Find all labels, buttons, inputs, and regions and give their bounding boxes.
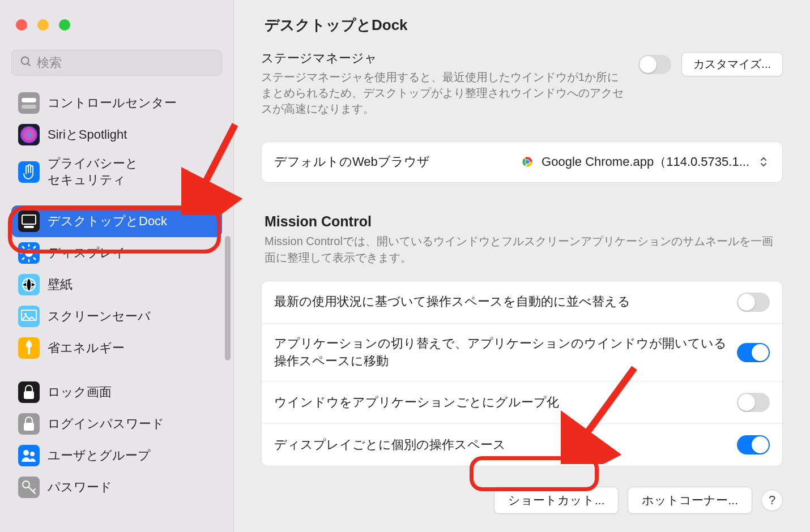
svg-rect-3: [22, 98, 36, 102]
sidebar-item-login-password[interactable]: ログインパスワード: [11, 408, 222, 440]
fullscreen-window-button[interactable]: [59, 19, 70, 31]
mission-control-title: Mission Control: [265, 213, 783, 230]
help-button[interactable]: ?: [761, 490, 783, 511]
svg-point-6: [20, 126, 37, 143]
chrome-icon: [520, 155, 535, 169]
shortcuts-button[interactable]: ショートカット...: [494, 487, 619, 514]
main-content[interactable]: ステージマネージャ ステージマネージャを使用すると、最近使用したウインドウが1か…: [234, 50, 810, 532]
sidebar-item-label: ユーザとグループ: [48, 448, 151, 464]
login-password-icon: [18, 413, 40, 435]
sidebar-list: コントロールセンターSiriとSpotlightプライバシーと セキュリティデス…: [0, 84, 233, 503]
mc-toggle-1[interactable]: [737, 343, 770, 362]
close-window-button[interactable]: [16, 19, 27, 31]
sidebar-item-lock[interactable]: ロック画面: [11, 376, 222, 408]
bottom-button-row: ショートカット... ホットコーナー... ?: [261, 487, 783, 514]
wallpaper-icon: [18, 274, 40, 295]
updown-icon[interactable]: [757, 154, 770, 170]
mc-toggle-2[interactable]: [737, 393, 770, 412]
mc-row-0: 最新の使用状況に基づいて操作スペースを自動的に並べ替える: [262, 281, 782, 324]
screensaver-icon: [18, 306, 40, 327]
siri-icon: [18, 124, 40, 145]
svg-rect-32: [24, 391, 34, 399]
sidebar-item-energy[interactable]: 省エネルギー: [11, 332, 222, 364]
energy-icon: [18, 337, 40, 359]
hot-corners-button[interactable]: ホットコーナー...: [628, 487, 752, 514]
stage-manager-desc: ステージマネージャを使用すると、最近使用したウインドウが1か所にまとめられるため…: [261, 69, 627, 117]
svg-line-1: [28, 63, 31, 66]
sidebar-item-desktop-dock[interactable]: デスクトップとDock: [11, 205, 222, 237]
desktop-dock-icon: [18, 211, 40, 232]
svg-rect-4: [22, 105, 36, 109]
search-input[interactable]: [37, 55, 214, 70]
mission-control-heading: Mission Control Mission Controlでは、開いているウ…: [261, 213, 783, 266]
sidebar-item-label: プライバシーと セキュリティ: [48, 156, 138, 188]
svg-rect-2: [18, 92, 40, 114]
default-browser-label: デフォルトのWebブラウザ: [274, 153, 520, 171]
system-settings-window: コントロールセンターSiriとSpotlightプライバシーと セキュリティデス…: [0, 0, 810, 532]
mc-row-2: ウインドウをアプリケーションごとにグループ化: [262, 381, 782, 424]
sidebar-item-label: パスワード: [48, 479, 112, 496]
titlebar: [0, 0, 233, 50]
svg-point-0: [22, 57, 29, 65]
sidebar-item-control-center[interactable]: コントロールセンター: [11, 87, 222, 119]
sidebar-item-label: 省エネルギー: [48, 340, 125, 357]
lock-icon: [18, 381, 40, 403]
mc-row-label: アプリケーションの切り替えで、アプリケーションのウインドウが開いている操作スペー…: [274, 335, 737, 370]
svg-point-28: [24, 313, 27, 315]
mission-control-group: 最新の使用状況に基づいて操作スペースを自動的に並べ替えるアプリケーションの切り替…: [261, 281, 783, 467]
control-center-icon: [18, 92, 40, 114]
svg-point-42: [526, 160, 530, 164]
sidebar-item-label: スクリーンセーバ: [48, 308, 151, 325]
page-title: デスクトップとDock: [265, 15, 408, 35]
mc-row-3: ディスプレイごとに個別の操作スペース: [262, 424, 782, 466]
svg-point-25: [27, 278, 31, 291]
key-icon: [18, 477, 40, 498]
search-container: [0, 50, 233, 84]
mc-toggle-3[interactable]: [737, 435, 770, 454]
search-box[interactable]: [11, 50, 222, 76]
sidebar-item-hand[interactable]: プライバシーと セキュリティ: [11, 151, 222, 193]
sidebar-item-label: ロック画面: [48, 384, 112, 401]
users-icon: [18, 445, 40, 466]
sidebar-item-display[interactable]: ディスプレイ: [11, 237, 222, 269]
svg-rect-30: [28, 347, 30, 354]
default-browser-value: Google Chrome.app（114.0.5735.1...: [520, 153, 749, 170]
svg-rect-35: [18, 445, 40, 466]
svg-point-12: [25, 249, 33, 257]
sidebar-item-screensaver[interactable]: スクリーンセーバ: [11, 301, 222, 332]
stage-manager-row: ステージマネージャ ステージマネージャを使用すると、最近使用したウインドウが1か…: [261, 50, 783, 117]
mc-row-label: ウインドウをアプリケーションごとにグループ化: [274, 394, 737, 411]
hand-icon: [18, 161, 40, 183]
stage-customize-button[interactable]: カスタマイズ...: [681, 52, 783, 76]
sidebar-item-siri[interactable]: SiriとSpotlight: [11, 119, 222, 151]
sidebar-item-label: SiriとSpotlight: [48, 127, 127, 143]
sidebar-item-key[interactable]: パスワード: [11, 471, 222, 503]
mission-control-desc: Mission Controlでは、開いているウインドウとフルスクリーンアプリケ…: [265, 233, 783, 266]
scrollbar-thumb[interactable]: [225, 236, 231, 361]
default-browser-text: Google Chrome.app（114.0.5735.1...: [542, 153, 749, 170]
default-browser-row[interactable]: デフォルトのWebブラウザ Google Chrome.app（114.0.57…: [262, 142, 782, 182]
mc-toggle-0[interactable]: [737, 293, 770, 312]
svg-point-36: [23, 450, 29, 456]
mc-row-label: ディスプレイごとに個別の操作スペース: [274, 436, 737, 454]
main-panel: デスクトップとDock ステージマネージャ ステージマネージャを使用すると、最近…: [234, 0, 810, 532]
default-browser-group: デフォルトのWebブラウザ Google Chrome.app（114.0.57…: [261, 141, 783, 183]
stage-manager-title: ステージマネージャ: [261, 50, 627, 67]
stage-controls: カスタマイズ...: [638, 50, 783, 76]
mc-row-1: アプリケーションの切り替えで、アプリケーションのウインドウが開いている操作スペー…: [262, 324, 782, 382]
sidebar-item-label: コントロールセンター: [48, 95, 177, 111]
main-header: デスクトップとDock: [234, 0, 810, 50]
sidebar-item-label: ログインパスワード: [48, 416, 164, 432]
svg-rect-8: [18, 211, 40, 232]
minimize-window-button[interactable]: [37, 19, 49, 31]
sidebar: コントロールセンターSiriとSpotlightプライバシーと セキュリティデス…: [0, 0, 234, 532]
sidebar-scroll[interactable]: コントロールセンターSiriとSpotlightプライバシーと セキュリティデス…: [0, 84, 233, 532]
sidebar-item-wallpaper[interactable]: 壁紙: [11, 269, 222, 301]
stage-manager-toggle[interactable]: [638, 55, 671, 74]
display-icon: [18, 242, 40, 264]
sidebar-item-label: ディスプレイ: [48, 245, 126, 261]
sidebar-item-users[interactable]: ユーザとグループ: [11, 440, 222, 471]
svg-rect-34: [24, 423, 34, 431]
mc-row-label: 最新の使用状況に基づいて操作スペースを自動的に並べ替える: [274, 293, 737, 311]
sidebar-item-label: デスクトップとDock: [48, 213, 167, 230]
